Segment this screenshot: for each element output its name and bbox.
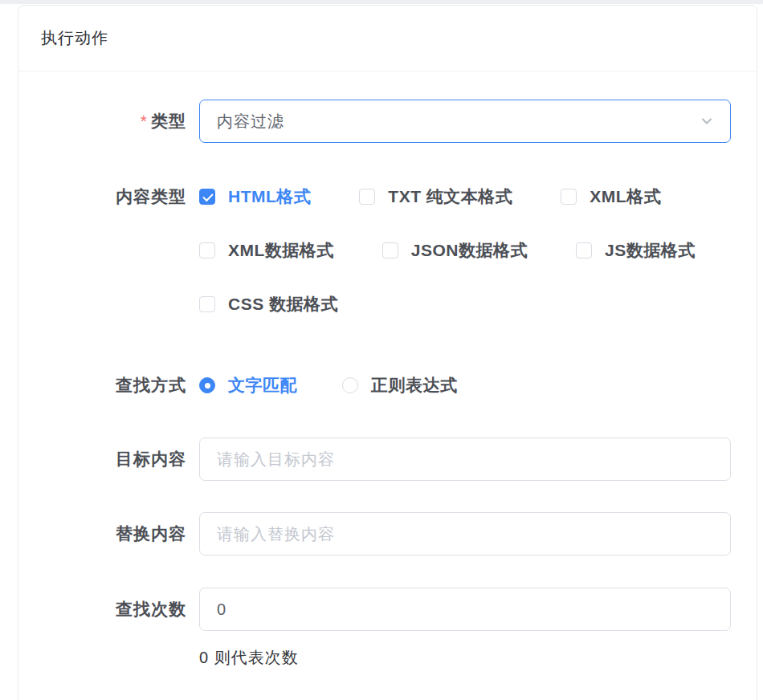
type-select[interactable]: 内容过滤 [199,100,731,143]
type-select-value: 内容过滤 [217,111,284,132]
find-count-helper-text: 0 则代表次数 [199,647,299,669]
checkbox-unchecked-icon [382,242,398,258]
find-method-radio-group: 文字匹配 正则表达式 [199,376,458,394]
target-content-label: 目标内容 [18,438,199,481]
action-form: *类型 内容过滤 内容类型 HTML格式 [18,71,757,669]
checkbox-xml-data-format[interactable]: XML数据格式 [199,242,334,259]
form-row-find-count: 查找次数 [18,588,757,631]
card-title: 执行动作 [41,27,108,49]
find-count-helper-row: 0 则代表次数 [18,631,757,669]
checkbox-html-format[interactable]: HTML格式 [199,188,311,206]
form-row-find-method: 查找方式 文字匹配 正则表达式 [18,376,757,394]
checkbox-checked-icon [199,189,215,205]
form-row-content-type: 内容类型 HTML格式 TXT 纯文本格式 XML格式 [18,188,757,313]
replace-content-input[interactable] [199,512,731,556]
radio-text-match[interactable]: 文字匹配 [199,376,297,394]
type-label: *类型 [18,100,199,143]
checkbox-txt-plaintext-format[interactable]: TXT 纯文本格式 [359,188,512,206]
find-count-input[interactable] [199,588,731,631]
radio-selected-icon [199,377,215,393]
chevron-down-icon [700,114,714,128]
checkbox-xml-format[interactable]: XML格式 [561,188,661,206]
action-card: 执行动作 *类型 内容过滤 内容类型 [18,5,757,700]
content-type-checkbox-group: HTML格式 TXT 纯文本格式 XML格式 XML数据格式 [199,188,696,313]
replace-content-label: 替换内容 [18,512,199,556]
form-row-target-content: 目标内容 [18,438,757,481]
checkbox-unchecked-icon [199,296,215,312]
checkbox-unchecked-icon [199,242,215,258]
form-row-replace-content: 替换内容 [18,512,757,556]
checkbox-js-data-format[interactable]: JS数据格式 [576,242,696,259]
find-method-label: 查找方式 [18,376,199,394]
checkbox-unchecked-icon [359,189,375,205]
card-header: 执行动作 [18,6,757,71]
checkbox-css-data-format[interactable]: CSS 数据格式 [199,295,338,313]
page-top-strip [0,0,763,4]
content-type-label: 内容类型 [18,188,199,206]
radio-regex[interactable]: 正则表达式 [342,376,458,394]
form-row-type: *类型 内容过滤 [18,100,757,143]
checkbox-unchecked-icon [576,242,592,258]
radio-unselected-icon [342,377,358,393]
checkbox-unchecked-icon [561,189,577,205]
checkbox-json-data-format[interactable]: JSON数据格式 [382,242,528,259]
required-asterisk: * [141,112,148,130]
target-content-input[interactable] [199,438,731,481]
find-count-label: 查找次数 [18,588,199,631]
